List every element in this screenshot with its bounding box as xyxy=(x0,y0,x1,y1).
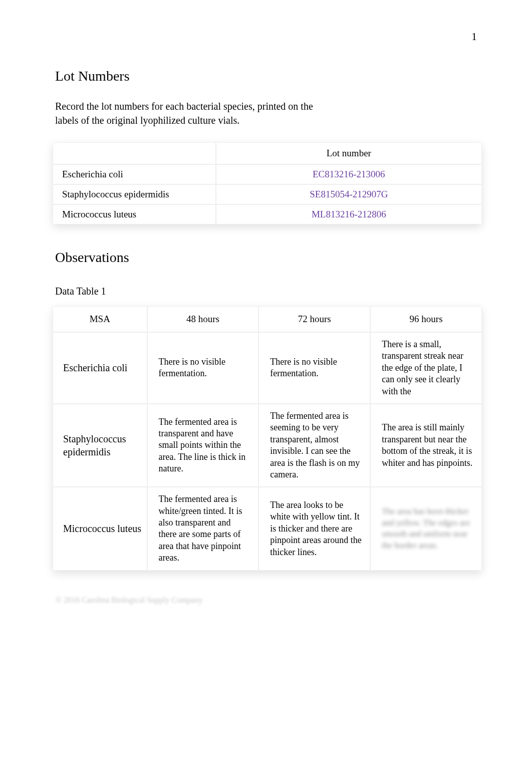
lot-header-blank xyxy=(53,142,216,164)
obs-cell: The fermented area is white/green tinted… xyxy=(147,487,259,570)
lot-table: Lot number Escherichia coli EC813216-213… xyxy=(53,142,482,224)
table-row: Escherichia coli EC813216-213006 xyxy=(53,164,482,184)
data-table-container: MSA 48 hours 72 hours 96 hours Escherich… xyxy=(53,306,482,571)
redacted-placeholder: The area has been thicker and yellow. Th… xyxy=(382,506,473,552)
copyright-footer: © 2016 Carolina Biological Supply Compan… xyxy=(53,596,482,605)
row-label-sepidermidis: Staphylococcus epidermidis xyxy=(53,404,147,487)
table-row: MSA 48 hours 72 hours 96 hours xyxy=(53,306,482,332)
table-row: Micrococcus luteus The fermented area is… xyxy=(53,487,482,570)
obs-cell: The area looks to be white with yellow t… xyxy=(258,487,370,570)
table-row: Escherichia coli There is no visible fer… xyxy=(53,332,482,404)
obs-cell: There is no visible fermentation. xyxy=(147,332,259,404)
obs-cell: There is a small, transparent streak nea… xyxy=(370,332,482,404)
species-cell: Escherichia coli xyxy=(53,164,216,184)
table-row: Staphylococcus epidermidis The fermented… xyxy=(53,404,482,487)
row-label-mluteus: Micrococcus luteus xyxy=(53,487,147,570)
lot-number-cell: EC813216-213006 xyxy=(216,164,482,184)
obs-cell: The area is still mainly transparent but… xyxy=(370,404,482,487)
page-number: 1 xyxy=(53,30,482,43)
obs-cell-redacted: The area has been thicker and yellow. Th… xyxy=(370,487,482,570)
lot-header-lot: Lot number xyxy=(216,142,482,164)
data-table-1-label: Data Table 1 xyxy=(55,286,482,297)
table-row: Staphylococcus epidermidis SE815054-2129… xyxy=(53,184,482,204)
table-row: Micrococcus luteus ML813216-212806 xyxy=(53,204,482,224)
col-header-96h: 96 hours xyxy=(370,306,482,332)
lot-number-cell: ML813216-212806 xyxy=(216,204,482,224)
observations-heading: Observations xyxy=(53,249,482,266)
obs-cell: The fermented area is seeming to be very… xyxy=(258,404,370,487)
lot-number-cell: SE815054-212907G xyxy=(216,184,482,204)
species-cell: Micrococcus luteus xyxy=(53,204,216,224)
lot-numbers-heading: Lot Numbers xyxy=(53,68,482,84)
col-header-72h: 72 hours xyxy=(258,306,370,332)
obs-cell: There is no visible fermentation. xyxy=(258,332,370,404)
row-label-ecoli: Escherichia coli xyxy=(53,332,147,404)
col-header-msa: MSA xyxy=(53,306,147,332)
data-table-1: MSA 48 hours 72 hours 96 hours Escherich… xyxy=(53,306,482,571)
col-header-48h: 48 hours xyxy=(147,306,259,332)
table-row: Lot number xyxy=(53,142,482,164)
obs-cell: The fermented area is transparent and ha… xyxy=(147,404,259,487)
species-cell: Staphylococcus epidermidis xyxy=(53,184,216,204)
lot-intro-text: Record the lot numbers for each bacteria… xyxy=(53,99,333,127)
lot-table-container: Lot number Escherichia coli EC813216-213… xyxy=(53,142,482,224)
